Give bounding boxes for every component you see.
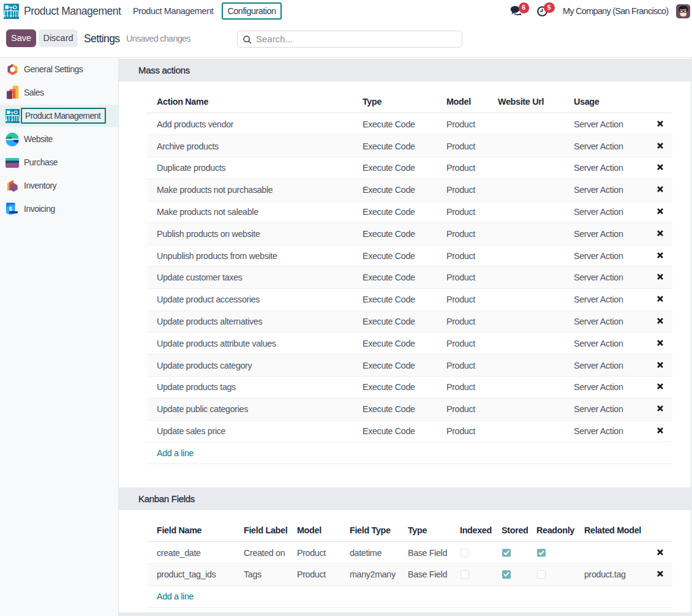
svg-text:$: $ [9, 205, 13, 212]
